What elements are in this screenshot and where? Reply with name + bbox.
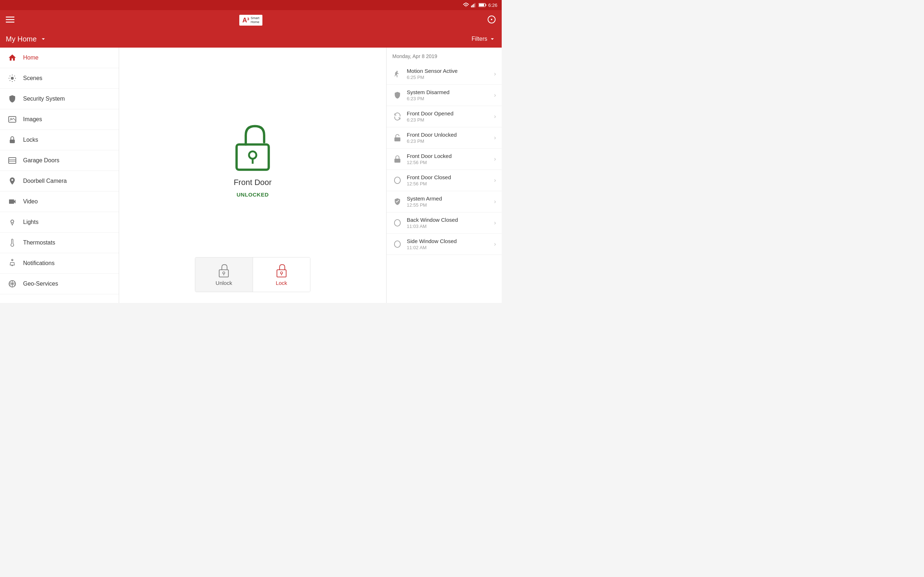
- shield-armed-icon: [393, 197, 402, 206]
- history-button[interactable]: [487, 15, 496, 26]
- svg-rect-16: [9, 158, 16, 163]
- scenes-icon: [7, 73, 17, 83]
- app-bar: A³ SmartHome: [0, 10, 502, 30]
- home-dropdown-icon: [40, 35, 47, 43]
- status-bar: 6:26: [0, 0, 502, 10]
- chevron-door-opened-icon: ›: [494, 113, 496, 120]
- sidebar-security-label: Security System: [23, 95, 65, 102]
- svg-rect-15: [10, 140, 15, 143]
- sidebar-item-garage[interactable]: Garage Doors: [0, 150, 119, 171]
- activity-door-unlocked[interactable]: Front Door Unlocked 6:23 PM ›: [386, 127, 502, 148]
- lights-icon: [7, 217, 17, 227]
- sidebar-item-security[interactable]: Security System: [0, 89, 119, 109]
- activity-system-armed[interactable]: System Armed 12:55 PM ›: [386, 191, 502, 213]
- filters-label: Filters: [472, 36, 487, 42]
- video-icon: [7, 197, 17, 206]
- svg-rect-29: [220, 270, 228, 277]
- activity-back-window[interactable]: Back Window Closed 11:03 AM ›: [386, 213, 502, 234]
- sidebar-lights-label: Lights: [23, 219, 39, 226]
- center-panel: Front Door UNLOCKED Unlock: [119, 48, 386, 303]
- activity-time-back-window: 11:03 AM: [407, 224, 490, 229]
- location-bar: My Home Filters: [0, 30, 502, 48]
- sidebar-item-scenes[interactable]: Scenes: [0, 68, 119, 89]
- svg-rect-35: [394, 137, 401, 141]
- sidebar-images-label: Images: [23, 116, 42, 122]
- lock-icon-large: [228, 121, 278, 174]
- activity-time-door-opened: 6:23 PM: [407, 117, 490, 122]
- sidebar-scenes-label: Scenes: [23, 75, 42, 82]
- lock-status: UNLOCKED: [237, 192, 269, 198]
- activity-title-side-window: Side Window Closed: [407, 238, 490, 244]
- sidebar-item-doorbell[interactable]: Doorbell Camera: [0, 171, 119, 192]
- thermostats-icon: [7, 238, 17, 248]
- sidebar-item-notifications[interactable]: Notifications: [0, 253, 119, 274]
- sidebar-thermostats-label: Thermostats: [23, 239, 55, 246]
- activity-title-motion: Motion Sensor Active: [407, 68, 490, 74]
- unlock-button[interactable]: Unlock: [195, 258, 253, 292]
- notifications-icon: [7, 258, 17, 268]
- svg-rect-8: [6, 19, 15, 20]
- sidebar: Home Scenes Security System: [0, 48, 119, 303]
- activity-time-system-armed: 12:55 PM: [407, 202, 490, 208]
- menu-button[interactable]: [6, 15, 15, 26]
- activity-content-door-closed: Front Door Closed 12:56 PM: [407, 174, 490, 187]
- lock-display: Front Door UNLOCKED: [228, 62, 278, 257]
- svg-rect-7: [6, 16, 15, 18]
- wifi-icon: [463, 3, 469, 8]
- sidebar-notifications-label: Notifications: [23, 260, 55, 266]
- lock-open-icon: [393, 133, 402, 143]
- activity-door-locked[interactable]: Front Door Locked 12:56 PM ›: [386, 148, 502, 170]
- sidebar-item-thermostats[interactable]: Thermostats: [0, 233, 119, 253]
- activity-motion-sensor[interactable]: Motion Sensor Active 6:25 PM ›: [386, 63, 502, 85]
- svg-rect-2: [473, 4, 474, 8]
- activity-door-opened[interactable]: Front Door Opened 6:23 PM ›: [386, 106, 502, 127]
- sidebar-item-images[interactable]: Images: [0, 109, 119, 130]
- sidebar-item-locks[interactable]: Locks: [0, 130, 119, 150]
- activity-system-disarmed[interactable]: System Disarmed 6:23 PM ›: [386, 85, 502, 106]
- activity-title-disarmed: System Disarmed: [407, 89, 490, 95]
- activity-content-door-opened: Front Door Opened 6:23 PM: [407, 110, 490, 122]
- sidebar-item-video[interactable]: Video: [0, 192, 119, 212]
- chevron-door-closed-icon: ›: [494, 177, 496, 184]
- home-selector[interactable]: My Home: [6, 35, 47, 43]
- lock-closed-icon: [393, 154, 402, 164]
- activity-time-side-window: 11:02 AM: [407, 245, 490, 250]
- unlock-label: Unlock: [215, 280, 232, 286]
- chevron-disarmed-icon: ›: [494, 92, 496, 98]
- activity-time-motion: 6:25 PM: [407, 75, 490, 80]
- motion-icon: [393, 69, 402, 79]
- activity-content-back-window: Back Window Closed 11:03 AM: [407, 217, 490, 229]
- sidebar-home-label: Home: [23, 55, 39, 61]
- sidebar-item-lights[interactable]: Lights: [0, 212, 119, 233]
- activity-title-door-unlocked: Front Door Unlocked: [407, 132, 490, 138]
- activity-content-motion: Motion Sensor Active 6:25 PM: [407, 68, 490, 80]
- activity-side-window[interactable]: Side Window Closed 11:02 AM ›: [386, 234, 502, 255]
- svg-point-39: [394, 241, 401, 247]
- sidebar-doorbell-label: Doorbell Camera: [23, 178, 67, 184]
- svg-point-19: [11, 220, 14, 223]
- svg-rect-32: [277, 270, 286, 277]
- sidebar-garage-label: Garage Doors: [23, 157, 60, 164]
- chevron-door-unlocked-icon: ›: [494, 134, 496, 141]
- svg-point-11: [491, 19, 492, 20]
- activity-date: Monday, Apr 8 2019: [386, 53, 502, 63]
- tag-door-closed-icon: [393, 175, 402, 185]
- lock-button[interactable]: Lock: [253, 258, 310, 292]
- garage-icon: [7, 155, 17, 166]
- chevron-motion-icon: ›: [494, 71, 496, 77]
- chevron-side-window-icon: ›: [494, 241, 496, 247]
- sidebar-video-label: Video: [23, 198, 38, 205]
- sidebar-item-geo[interactable]: Geo-Services: [0, 274, 119, 294]
- activity-content-side-window: Side Window Closed 11:02 AM: [407, 238, 490, 250]
- activity-time-door-locked: 12:56 PM: [407, 160, 490, 165]
- home-title: My Home: [6, 35, 37, 43]
- status-icons: 6:26: [463, 3, 498, 8]
- activity-content-door-unlocked: Front Door Unlocked 6:23 PM: [407, 132, 490, 144]
- filters-button[interactable]: Filters: [472, 35, 496, 43]
- activity-content-door-locked: Front Door Locked 12:56 PM: [407, 153, 490, 165]
- chevron-back-window-icon: ›: [494, 220, 496, 226]
- svg-rect-1: [472, 5, 473, 7]
- activity-title-door-closed: Front Door Closed: [407, 174, 490, 180]
- sidebar-item-home[interactable]: Home: [0, 48, 119, 68]
- activity-door-closed[interactable]: Front Door Closed 12:56 PM ›: [386, 170, 502, 191]
